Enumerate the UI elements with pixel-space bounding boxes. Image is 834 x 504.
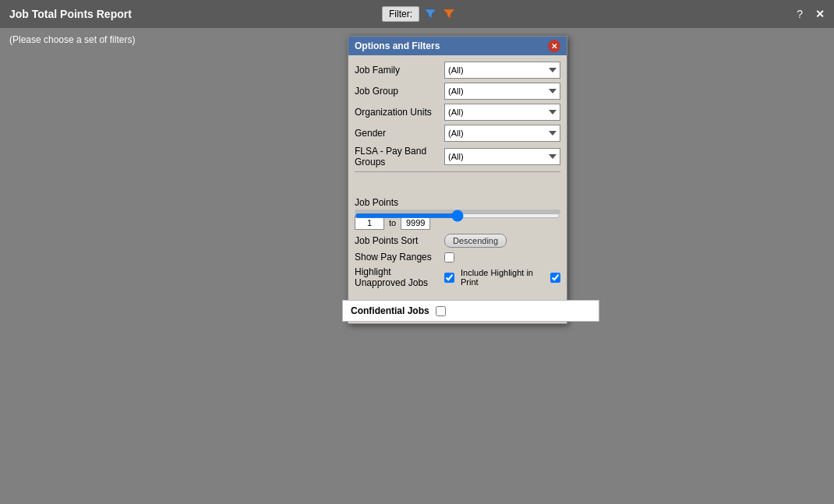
org-units-row: Organization Units (All) [355,104,560,121]
filter-button[interactable]: Filter: [382,6,419,22]
org-units-label: Organization Units [355,107,444,118]
confidential-popup: Confidential Jobs [342,300,599,322]
dialog-body: Job Family (All) Job Group (All) Organiz… [348,55,567,298]
highlight-row: Highlight Unapproved Jobs Include Highli… [355,266,560,288]
gender-label: Gender [355,128,444,139]
job-group-select[interactable]: (All) [444,83,560,100]
job-points-slider-area: to [355,210,560,230]
filter-funnel-icon[interactable] [422,6,438,22]
org-units-control: (All) [444,104,560,121]
confidential-jobs-label: Confidential Jobs [351,305,429,316]
show-pay-ranges-label: Show Pay Ranges [355,252,444,263]
gender-row: Gender (All) [355,125,560,142]
gender-select[interactable]: (All) [444,125,560,142]
flsa-label: FLSA - Pay Band Groups [355,146,444,167]
job-points-sort-button[interactable]: Descending [444,234,507,248]
options-dialog: Options and Filters ✕ Job Family (All) J… [348,36,567,324]
job-points-sort-label: Job Points Sort [355,235,444,246]
job-points-sort-row: Job Points Sort Descending [355,234,560,248]
job-points-label: Job Points [355,197,444,208]
job-points-slider-track [355,210,560,214]
confidential-jobs-checkbox[interactable] [436,306,446,316]
job-family-label: Job Family [355,65,444,76]
filter-area: Filter: [382,6,457,22]
subtitle: (Please choose a set of filters) [9,34,135,45]
show-pay-ranges-checkbox[interactable] [444,252,454,263]
job-points-row: Job Points to [355,197,560,230]
job-group-control: (All) [444,83,560,100]
include-highlight-label: Include Highlight in Print [461,268,547,287]
flsa-row: FLSA - Pay Band Groups (All) [355,146,560,167]
dialog-title: Options and Filters [355,41,440,51]
show-pay-ranges-row: Show Pay Ranges [355,252,560,263]
dialog-close-button[interactable]: ✕ [548,40,560,52]
confidential-area: Confidential Jobs [355,175,560,197]
flsa-control: (All) [444,148,560,165]
job-group-row: Job Group (All) [355,83,560,100]
org-units-select[interactable]: (All) [444,104,560,121]
filter-funnel-icon-2[interactable] [441,6,457,22]
highlight-unapproved-checkbox[interactable] [444,273,454,283]
popup-spacer [355,175,560,197]
help-icon[interactable]: ? [797,8,803,20]
divider [355,171,560,172]
highlight-label: Highlight Unapproved Jobs [355,266,444,288]
page-title: Job Total Points Report [9,8,132,20]
flsa-select[interactable]: (All) [444,148,560,165]
job-family-row: Job Family (All) [355,62,560,79]
job-group-label: Job Group [355,86,444,97]
job-points-slider[interactable] [355,213,560,218]
close-icon[interactable]: ✕ [815,8,825,20]
gender-control: (All) [444,125,560,142]
dialog-title-bar: Options and Filters ✕ [348,37,567,55]
include-highlight-in-print-checkbox[interactable] [550,273,560,283]
job-family-select[interactable]: (All) [444,62,560,79]
job-family-control: (All) [444,62,560,79]
